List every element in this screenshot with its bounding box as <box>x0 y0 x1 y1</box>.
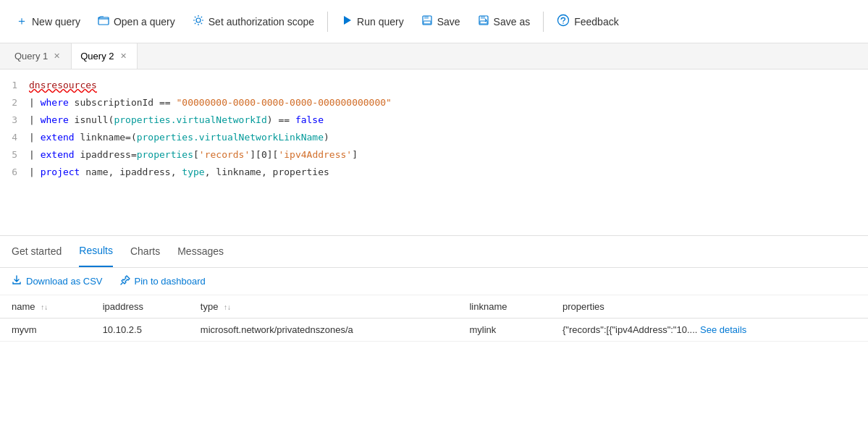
line-content-4: | extend linkname=(properties.virtualNet… <box>29 130 868 145</box>
set-auth-button[interactable]: Set authorization scope <box>185 10 321 33</box>
cell-properties: {"records":[{"ipv4Address":"10.... See d… <box>551 318 868 342</box>
run-query-label: Run query <box>357 16 404 28</box>
tab-query-1-label: Query 1 <box>14 51 48 62</box>
line-number-5: 5 <box>0 147 29 163</box>
svg-marker-2 <box>344 16 351 25</box>
save-button[interactable]: Save <box>414 10 468 33</box>
line-number-3: 3 <box>0 112 29 128</box>
line-content-3: | where isnull(properties.virtualNetwork… <box>29 112 868 128</box>
svg-point-10 <box>562 22 564 24</box>
open-query-button[interactable]: Open a query <box>90 10 182 33</box>
cell-ipaddress: 10.10.2.5 <box>91 318 189 342</box>
col-header-type[interactable]: type ↑↓ <box>189 295 458 318</box>
result-table: name ↑↓ ipaddress type ↑↓ linkname prope… <box>0 295 868 342</box>
table-row: myvm10.10.2.5microsoft.network/privatedn… <box>0 318 868 342</box>
save-as-button[interactable]: Save as <box>471 10 538 33</box>
pin-dashboard-label: Pin to dashboard <box>135 276 206 287</box>
tab-messages[interactable]: Messages <box>177 236 224 267</box>
line-number-2: 2 <box>0 95 29 111</box>
query-tabs: Query 1 ✕ Query 2 ✕ <box>0 43 868 69</box>
toolbar: ＋ New query Open a query Set authorizati… <box>0 0 868 43</box>
result-tabs: Get started Results Charts Messages <box>0 236 868 268</box>
new-query-button[interactable]: ＋ New query <box>9 9 88 33</box>
tab-query-2-label: Query 2 <box>80 51 114 62</box>
run-query-button[interactable]: Run query <box>334 10 411 33</box>
set-auth-label: Set authorization scope <box>208 16 314 28</box>
line-content-2: | where subscriptionId == "00000000-0000… <box>29 95 868 111</box>
sort-icons-type: ↑↓ <box>224 303 231 311</box>
feedback-icon <box>557 14 570 30</box>
svg-point-1 <box>196 18 201 22</box>
new-query-label: New query <box>32 16 80 28</box>
save-label: Save <box>437 16 460 28</box>
folder-icon <box>98 14 109 29</box>
code-line-2: 2| where subscriptionId == "00000000-000… <box>0 94 868 111</box>
cell-type: microsoft.network/privatednszones/a <box>189 318 458 342</box>
svg-rect-4 <box>424 16 429 19</box>
col-header-ipaddress: ipaddress <box>91 295 189 318</box>
feedback-label: Feedback <box>574 16 618 28</box>
tab-query-1[interactable]: Query 1 ✕ <box>6 43 71 69</box>
tab-get-started[interactable]: Get started <box>12 236 62 267</box>
result-area: Get started Results Charts Messages Down… <box>0 236 868 443</box>
line-content-1: dnsresources <box>29 77 868 93</box>
open-query-label: Open a query <box>114 16 175 28</box>
code-line-6: 6| project name, ipaddress, type, linkna… <box>0 164 868 181</box>
code-line-3: 3| where isnull(properties.virtualNetwor… <box>0 111 868 129</box>
svg-point-9 <box>558 14 569 25</box>
svg-rect-7 <box>481 16 485 19</box>
pin-dashboard-link[interactable]: Pin to dashboard <box>120 275 206 287</box>
svg-rect-8 <box>480 21 487 24</box>
tab-query-2-close[interactable]: ✕ <box>119 51 128 62</box>
line-number-1: 1 <box>0 77 29 93</box>
pin-icon <box>120 275 130 287</box>
col-header-name[interactable]: name ↑↓ <box>0 295 91 318</box>
separator-1 <box>327 12 328 32</box>
tab-query-1-close[interactable]: ✕ <box>52 51 62 62</box>
run-icon <box>341 14 353 29</box>
col-header-linkname: linkname <box>458 295 551 318</box>
tab-results[interactable]: Results <box>79 236 113 267</box>
save-icon <box>421 14 433 29</box>
svg-rect-5 <box>424 21 431 24</box>
plus-icon: ＋ <box>16 14 28 29</box>
cell-name: myvm <box>0 318 91 342</box>
separator-2 <box>543 12 544 32</box>
gear-icon <box>193 14 204 29</box>
save-as-icon <box>478 14 489 29</box>
download-icon <box>12 275 22 287</box>
col-header-properties: properties <box>551 295 868 318</box>
table-header-row: name ↑↓ ipaddress type ↑↓ linkname prope… <box>0 295 868 318</box>
line-number-6: 6 <box>0 164 29 180</box>
code-editor[interactable]: 1dnsresources2| where subscriptionId == … <box>0 69 868 236</box>
download-csv-link[interactable]: Download as CSV <box>12 275 103 287</box>
code-line-5: 5| extend ipaddress=properties['records'… <box>0 146 868 164</box>
line-content-5: | extend ipaddress=properties['records']… <box>29 147 868 163</box>
cell-linkname: mylink <box>458 318 551 342</box>
line-content-6: | project name, ipaddress, type, linknam… <box>29 164 868 180</box>
actions-bar: Download as CSV Pin to dashboard <box>0 268 868 295</box>
code-line-1: 1dnsresources <box>0 77 868 94</box>
tab-charts[interactable]: Charts <box>130 236 160 267</box>
feedback-button[interactable]: Feedback <box>549 9 625 34</box>
code-line-4: 4| extend linkname=(properties.virtualNe… <box>0 129 868 146</box>
tab-query-2[interactable]: Query 2 ✕ <box>71 43 137 69</box>
line-number-4: 4 <box>0 130 29 145</box>
save-as-label: Save as <box>494 16 531 28</box>
see-details-link[interactable]: See details <box>697 324 746 335</box>
download-csv-label: Download as CSV <box>26 276 103 287</box>
sort-icons-name: ↑↓ <box>41 303 48 311</box>
